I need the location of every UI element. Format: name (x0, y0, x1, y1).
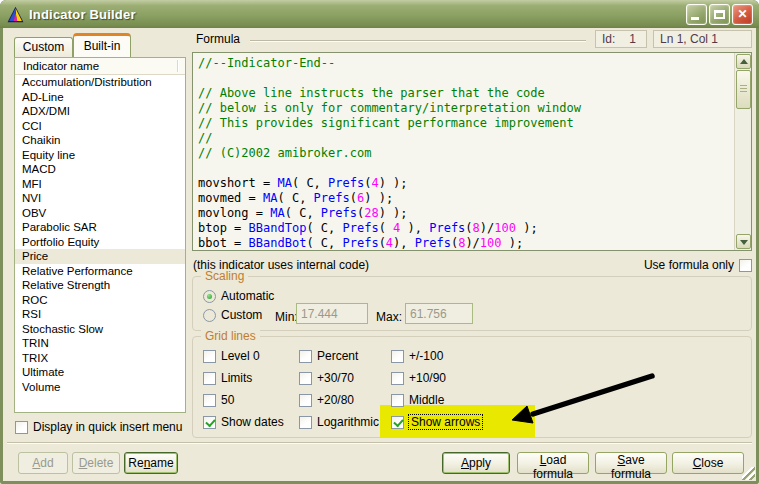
gridline-option[interactable]: Middle (391, 393, 444, 407)
checkbox[interactable] (299, 372, 312, 385)
grid-lines-column: Level 0Limits50Show dates (203, 337, 298, 437)
grid-lines-groupbox: Grid lines Level 0Limits50Show dates Per… (192, 336, 752, 438)
scaling-caption: Scaling (201, 269, 248, 283)
list-item[interactable]: Portfolio Equity (15, 235, 185, 250)
title-bar[interactable]: Indicator Builder ✕ (0, 0, 759, 28)
gridline-option[interactable]: 50 (203, 393, 234, 407)
list-item[interactable]: NVI (15, 191, 185, 206)
list-item[interactable]: Relative Performance (15, 264, 185, 279)
list-item[interactable]: RSI (15, 307, 185, 322)
checkbox[interactable] (391, 350, 404, 363)
gridline-option[interactable]: +30/70 (299, 371, 354, 385)
use-formula-only-option[interactable]: Use formula only (644, 258, 752, 272)
close-icon: ✕ (737, 7, 747, 21)
gridline-option[interactable]: Show arrows (391, 415, 482, 429)
list-item[interactable]: MFI (15, 177, 185, 192)
caret-position-box: Ln 1, Col 1 (653, 30, 752, 48)
rename-button[interactable]: Rename (124, 452, 178, 474)
resize-grip[interactable] (742, 467, 755, 480)
min-input[interactable] (296, 303, 368, 324)
gridline-option[interactable]: +/-100 (391, 349, 443, 363)
apply-button[interactable]: Apply (442, 452, 510, 474)
minimize-button[interactable] (686, 4, 707, 25)
formula-code-editor[interactable]: //--Indicator-End-- // Above line instru… (192, 52, 752, 251)
formula-id-box: Id: 1 (595, 30, 647, 48)
list-item[interactable]: ADX/DMI (15, 104, 185, 119)
list-item[interactable]: TRIN (15, 336, 185, 351)
checkbox-label: Percent (317, 349, 358, 363)
save-formula-button[interactable]: Save formula (595, 452, 667, 474)
close-dialog-button[interactable]: Close (672, 452, 744, 474)
checkbox[interactable] (391, 372, 404, 385)
scroll-up-button[interactable] (736, 54, 751, 69)
radio-button[interactable] (203, 309, 216, 322)
list-item[interactable]: Parabolic SAR (15, 220, 185, 235)
checkbox-label: +30/70 (317, 371, 354, 385)
checkbox[interactable] (299, 394, 312, 407)
dialog-client-area: Custom Built-in Indicator name Accumulat… (3, 28, 756, 481)
tab-custom[interactable]: Custom (14, 37, 73, 57)
code-text[interactable]: //--Indicator-End-- // Above line instru… (193, 53, 734, 250)
close-button[interactable]: ✕ (732, 4, 753, 25)
indicator-listbox[interactable]: Indicator name Accumulation/Distribution… (14, 57, 186, 413)
maximize-button[interactable] (709, 4, 730, 25)
list-item[interactable]: Relative Strength (15, 278, 185, 293)
checkbox[interactable] (391, 416, 404, 429)
list-item[interactable]: Stochastic Slow (15, 322, 185, 337)
gridline-option[interactable]: +20/80 (299, 393, 354, 407)
gridline-option[interactable]: Limits (203, 371, 252, 385)
list-item[interactable]: OBV (15, 206, 185, 221)
custom-scaling-option[interactable]: Custom (203, 308, 262, 322)
indicator-builder-window: Indicator Builder ✕ Custom Built-in Indi… (0, 0, 759, 484)
window-title: Indicator Builder (29, 7, 136, 22)
editor-scrollbar[interactable] (734, 53, 751, 250)
checkbox[interactable] (203, 416, 216, 429)
list-item[interactable]: Ultimate (15, 365, 185, 380)
list-item[interactable]: Equity line (15, 148, 185, 163)
add-button[interactable]: Add (18, 452, 68, 474)
gridline-option[interactable]: Show dates (203, 415, 284, 429)
checkbox-label: Use formula only (644, 258, 734, 272)
code-line: movshort = MA( C, Prefs(4) ); (198, 176, 734, 191)
gridline-option[interactable]: Logarithmic (299, 415, 379, 429)
list-column-header[interactable]: Indicator name (15, 58, 185, 75)
checkbox[interactable] (203, 350, 216, 363)
amibroker-logo-icon (7, 6, 24, 23)
id-label: Id: (602, 31, 615, 47)
list-item[interactable]: TRIX (15, 351, 185, 366)
checkbox[interactable] (739, 259, 752, 272)
gridline-option[interactable]: Percent (299, 349, 358, 363)
list-item[interactable]: ROC (15, 293, 185, 308)
list-item[interactable]: CCI (15, 119, 185, 134)
checkbox[interactable] (15, 421, 28, 434)
checkbox[interactable] (299, 416, 312, 429)
scrollbar-thumb[interactable] (736, 70, 751, 109)
list-item[interactable]: Price (15, 249, 185, 264)
automatic-scaling-option[interactable]: Automatic (203, 289, 274, 303)
checkbox[interactable] (299, 350, 312, 363)
checkbox[interactable] (203, 372, 216, 385)
tab-built-in[interactable]: Built-in (73, 33, 131, 57)
gridline-option[interactable]: +10/90 (391, 371, 446, 385)
grid-lines-column: Percent+30/70+20/80Logarithmic (299, 337, 394, 437)
checkbox-label: +20/80 (317, 393, 354, 407)
code-line (198, 71, 734, 86)
delete-button[interactable]: Delete (72, 452, 120, 474)
list-item[interactable]: MACD (15, 162, 185, 177)
checkbox[interactable] (203, 394, 216, 407)
code-line: // (198, 131, 734, 146)
code-line: // Above line instructs the parser that … (198, 86, 734, 101)
min-label: Min: (275, 310, 298, 324)
max-input[interactable] (405, 303, 473, 324)
gridline-option[interactable]: Level 0 (203, 349, 260, 363)
checkbox[interactable] (391, 394, 404, 407)
list-item[interactable]: AD-Line (15, 90, 185, 105)
indicator-list-items: Accumulation/DistributionAD-LineADX/DMIC… (15, 75, 185, 394)
radio-button[interactable] (203, 290, 216, 303)
list-item[interactable]: Chaikin (15, 133, 185, 148)
load-formula-button[interactable]: Load formula (517, 452, 589, 474)
quick-insert-option[interactable]: Display in quick insert menu (15, 420, 182, 434)
list-item[interactable]: Volume (15, 380, 185, 395)
list-item[interactable]: Accumulation/Distribution (15, 75, 185, 90)
scroll-down-button[interactable] (736, 234, 751, 249)
